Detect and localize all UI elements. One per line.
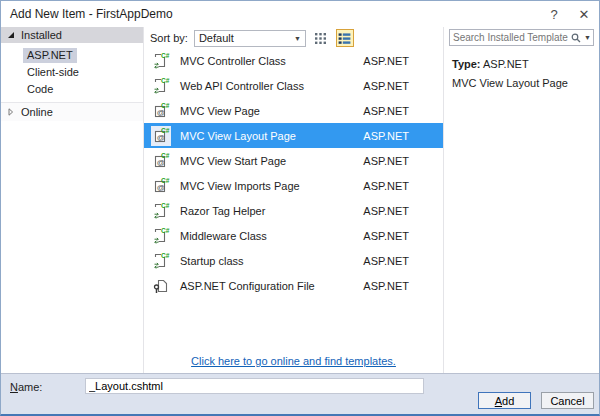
add-new-item-dialog: Add New Item - FirstAppDemo ? ✕ Installe…	[0, 0, 600, 416]
type-line: Type: ASP.NET	[449, 58, 594, 70]
csharp-view-page-icon: @ C#	[152, 177, 170, 195]
collapsed-triangle-icon	[7, 108, 15, 116]
installed-children: ASP.NET Client-side Code	[1, 43, 143, 102]
svg-text:C#: C#	[161, 52, 170, 59]
template-name: Middleware Class	[180, 230, 267, 242]
sort-bar: Sort by: Default ▼	[144, 27, 443, 48]
template-name: Startup class	[180, 255, 244, 267]
template-row-startup-class[interactable]: C# Startup class ASP.NET	[144, 248, 443, 273]
small-icons-view-button[interactable]	[312, 29, 330, 47]
template-row-mvc-view-imports-page[interactable]: @ C# MVC View Imports Page ASP.NET	[144, 173, 443, 198]
small-icons-grid-icon	[314, 32, 327, 45]
csharp-class-icon: C#	[152, 77, 170, 95]
details-panel: ▼ Type: ASP.NET MVC View Layout Page	[444, 27, 599, 373]
online-label: Online	[21, 106, 53, 118]
template-icon-slot	[151, 276, 171, 296]
template-name: Web API Controller Class	[180, 80, 304, 92]
template-icon-slot: C#	[151, 201, 171, 221]
template-badge: ASP.NET	[363, 155, 409, 167]
template-row-web-api-controller-class[interactable]: C# Web API Controller Class ASP.NET	[144, 73, 443, 98]
sidebar-item-client-side[interactable]: Client-side	[1, 64, 143, 81]
template-rows: C# MVC Controller Class ASP.NET C# Web A…	[144, 48, 443, 298]
template-name: MVC Controller Class	[180, 55, 286, 67]
search-input[interactable]	[453, 32, 568, 43]
template-icon-slot: @ C#	[151, 176, 171, 196]
tree-node-installed[interactable]: Installed	[1, 27, 143, 43]
add-button[interactable]: Add	[478, 392, 531, 409]
template-name: MVC View Start Page	[180, 155, 286, 167]
list-view-button[interactable]	[336, 29, 354, 47]
list-view-icon	[338, 32, 351, 45]
template-badge: ASP.NET	[363, 280, 409, 292]
category-tree: Installed ASP.NET Client-side Code Onlin…	[1, 27, 143, 373]
sidebar-item-asp-net[interactable]: ASP.NET	[1, 47, 143, 64]
template-description: MVC View Layout Page	[449, 77, 594, 89]
template-badge: ASP.NET	[363, 105, 409, 117]
sort-dropdown-value: Default	[199, 32, 234, 44]
template-badge: ASP.NET	[363, 230, 409, 242]
template-icon-slot: @ C#	[151, 126, 171, 146]
sort-dropdown[interactable]: Default ▼	[194, 30, 306, 47]
sidebar-item-label: Code	[23, 82, 57, 97]
search-icon[interactable]	[570, 32, 582, 44]
type-value: ASP.NET	[483, 58, 529, 70]
template-badge: ASP.NET	[363, 205, 409, 217]
template-name: MVC View Layout Page	[180, 130, 296, 142]
csharp-class-icon: C#	[152, 252, 170, 270]
svg-text:C#: C#	[161, 127, 170, 134]
csharp-view-page-icon: @ C#	[152, 152, 170, 170]
template-name: Razor Tag Helper	[180, 205, 265, 217]
help-button[interactable]: ?	[539, 1, 569, 27]
sidebar-item-label: ASP.NET	[23, 48, 77, 63]
close-button[interactable]: ✕	[569, 1, 599, 27]
template-icon-slot: C#	[151, 51, 171, 71]
template-badge: ASP.NET	[363, 80, 409, 92]
template-row-mvc-controller-class[interactable]: C# MVC Controller Class ASP.NET	[144, 48, 443, 73]
csharp-class-icon: C#	[152, 202, 170, 220]
sort-by-label: Sort by:	[150, 32, 188, 44]
csharp-class-icon: C#	[152, 227, 170, 245]
sidebar-item-code[interactable]: Code	[1, 81, 143, 98]
dialog-title: Add New Item - FirstAppDemo	[10, 7, 539, 21]
svg-text:C#: C#	[161, 227, 170, 234]
name-input[interactable]	[85, 378, 424, 394]
template-list: C# MVC Controller Class ASP.NET C# Web A…	[144, 48, 443, 373]
footer-buttons: Add Cancel	[478, 392, 594, 409]
type-label: Type:	[452, 58, 481, 70]
template-icon-slot: C#	[151, 226, 171, 246]
template-row-middleware-class[interactable]: C# Middleware Class ASP.NET	[144, 223, 443, 248]
template-badge: ASP.NET	[363, 55, 409, 67]
csharp-view-page-icon: @ C#	[152, 102, 170, 120]
help-icon: ?	[550, 7, 557, 22]
template-list-panel: Sort by: Default ▼	[143, 27, 444, 373]
template-row-asp-net-configuration-file[interactable]: ASP.NET Configuration File ASP.NET	[144, 273, 443, 298]
svg-text:C#: C#	[161, 77, 170, 84]
chevron-down-icon: ▼	[294, 35, 301, 42]
template-row-mvc-view-start-page[interactable]: @ C# MVC View Start Page ASP.NET	[144, 148, 443, 173]
template-name: MVC View Page	[180, 105, 260, 117]
template-icon-slot: C#	[151, 76, 171, 96]
search-box: ▼	[449, 29, 594, 46]
title-bar: Add New Item - FirstAppDemo ? ✕	[1, 1, 599, 27]
svg-text:C#: C#	[161, 177, 170, 184]
template-row-mvc-view-layout-page[interactable]: @ C# MVC View Layout Page ASP.NET	[144, 123, 443, 148]
config-file-icon	[152, 277, 170, 295]
template-name: MVC View Imports Page	[180, 180, 300, 192]
template-badge: ASP.NET	[363, 180, 409, 192]
template-row-mvc-view-page[interactable]: @ C# MVC View Page ASP.NET	[144, 98, 443, 123]
svg-text:C#: C#	[161, 102, 170, 109]
template-row-razor-tag-helper[interactable]: C# Razor Tag Helper ASP.NET	[144, 198, 443, 223]
csharp-view-page-icon: @ C#	[152, 127, 170, 145]
template-name: ASP.NET Configuration File	[180, 280, 315, 292]
cancel-button[interactable]: Cancel	[541, 392, 594, 409]
template-icon-slot: @ C#	[151, 101, 171, 121]
online-link-row: Click here to go online and find templat…	[144, 355, 443, 367]
csharp-class-icon: C#	[152, 52, 170, 70]
footer: Name: Add Cancel	[1, 373, 599, 414]
search-options-chevron-icon[interactable]: ▼	[584, 34, 591, 41]
go-online-link[interactable]: Click here to go online and find templat…	[191, 355, 396, 367]
expanded-triangle-icon	[7, 31, 15, 39]
template-icon-slot: C#	[151, 251, 171, 271]
sidebar-item-label: Client-side	[23, 65, 83, 80]
tree-node-online[interactable]: Online	[1, 102, 143, 121]
